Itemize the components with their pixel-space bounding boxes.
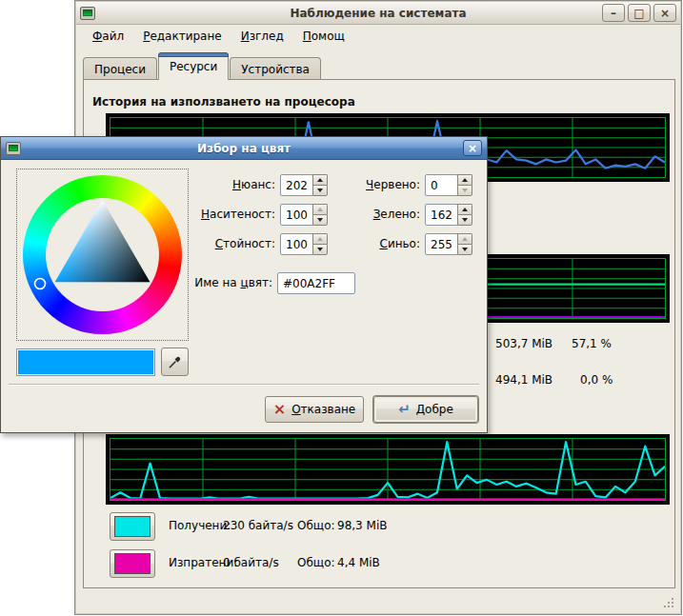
- sent-total: 4,4 MiB: [337, 556, 380, 569]
- red-input[interactable]: 0: [425, 174, 458, 196]
- color-name-input[interactable]: #00A2FF: [277, 272, 355, 294]
- sent-color-swatch: [114, 553, 151, 574]
- green-label: Зелено:: [334, 204, 420, 226]
- statusbar: [76, 589, 680, 613]
- blue-label: Синьо:: [334, 233, 420, 255]
- tab-devices[interactable]: Устройства: [230, 57, 321, 80]
- value-spinner[interactable]: [312, 233, 328, 255]
- cpu-history-heading: История на използването на процесора: [92, 95, 355, 109]
- menu-file[interactable]: Файл: [84, 28, 132, 45]
- swap-used-value: 494,1 MiB: [495, 373, 552, 387]
- green-spinner[interactable]: [457, 204, 472, 226]
- blue-spinner[interactable]: [457, 233, 472, 255]
- swap-used-percent: 0,0 %: [580, 373, 613, 387]
- menu-edit[interactable]: Редактиране: [134, 28, 231, 45]
- system-monitor-icon: [80, 7, 95, 20]
- hue-label: Нюанс:: [153, 174, 275, 196]
- cancel-x-icon: ×: [273, 403, 286, 416]
- ok-arrow-icon: ↵: [398, 403, 411, 416]
- maximize-icon: □: [633, 7, 644, 20]
- sent-color-button[interactable]: [110, 549, 155, 578]
- received-color-swatch: [114, 516, 151, 537]
- dialog-close-icon: ×: [468, 142, 477, 155]
- tab-processes[interactable]: Процеси: [83, 57, 157, 80]
- sent-rate: 0 байта/s: [223, 556, 279, 569]
- memory-used-percent: 57,1 %: [572, 337, 612, 350]
- dialog-icon: [6, 142, 21, 155]
- main-titlebar[interactable]: Наблюдение на системата – □ ×: [76, 2, 680, 25]
- saturation-label: Наситеност:: [153, 204, 275, 226]
- color-picker-dialog: Избор на цвят ×: [0, 136, 488, 433]
- menu-help[interactable]: Помощ: [294, 28, 353, 45]
- minimize-icon: –: [611, 7, 616, 20]
- dialog-close-button[interactable]: ×: [463, 140, 482, 156]
- window-title: Наблюдение на системата: [76, 7, 680, 20]
- close-button[interactable]: ×: [653, 4, 676, 22]
- color-preview: [16, 348, 155, 376]
- maximize-button[interactable]: □: [628, 4, 651, 22]
- received-total-label: Общо:: [297, 519, 335, 532]
- blue-input[interactable]: 255: [425, 233, 458, 255]
- tab-resources[interactable]: Ресурси: [158, 52, 229, 80]
- dialog-titlebar[interactable]: Избор на цвят ×: [1, 137, 487, 160]
- memory-used-value: 503,7 MiB: [495, 337, 552, 350]
- sent-total-label: Общо:: [297, 556, 335, 569]
- received-rate: 230 байта/s: [223, 519, 293, 532]
- hue-marker[interactable]: [35, 279, 46, 289]
- network-history-chart: [106, 434, 670, 505]
- dialog-separator: [9, 384, 479, 386]
- eyedropper-button[interactable]: [161, 348, 189, 376]
- close-icon: ×: [660, 7, 670, 20]
- received-color-button[interactable]: [110, 512, 155, 541]
- desktop: Наблюдение на системата – □ × Файл Редак…: [0, 0, 683, 616]
- menu-view[interactable]: Изглед: [232, 28, 292, 45]
- value-label: Стойност:: [153, 233, 275, 255]
- hue-input[interactable]: 202: [280, 174, 313, 196]
- tab-bar: Процеси Ресурси Устройства: [83, 52, 322, 80]
- saturation-spinner[interactable]: [312, 204, 328, 226]
- received-label: Получени:: [169, 519, 231, 532]
- resize-grip[interactable]: [672, 606, 673, 607]
- ok-button[interactable]: ↵ Добре: [373, 396, 478, 423]
- ok-button-label: Добре: [416, 403, 453, 416]
- red-spinner[interactable]: [457, 174, 472, 196]
- minimize-button[interactable]: –: [602, 4, 625, 22]
- red-label: Червено:: [334, 174, 420, 196]
- hue-spinner[interactable]: [312, 174, 328, 196]
- saturation-input[interactable]: 100: [280, 204, 313, 226]
- green-input[interactable]: 162: [425, 204, 458, 226]
- color-name-label: Име на цвят:: [149, 272, 272, 294]
- network-chart-canvas: [110, 439, 665, 500]
- dialog-title: Избор на цвят: [1, 142, 487, 155]
- eyedropper-icon: [168, 355, 182, 369]
- menubar: Файл Редактиране Изглед Помощ: [76, 26, 680, 47]
- value-input[interactable]: 100: [280, 233, 313, 255]
- received-total: 98,3 MiB: [337, 519, 387, 532]
- cancel-button-label: Отказване: [291, 403, 355, 416]
- cancel-button[interactable]: × Отказване: [265, 396, 364, 423]
